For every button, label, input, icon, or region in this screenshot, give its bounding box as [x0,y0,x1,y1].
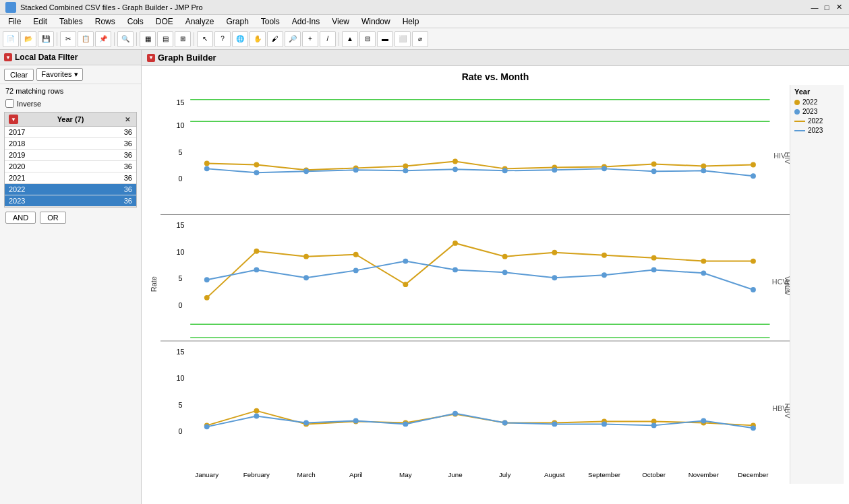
toolbar-cut[interactable]: ✂ [60,31,76,47]
filter-item-2023[interactable]: 202336 [5,195,136,207]
toolbar-t3[interactable]: ⊞ [175,31,191,47]
svg-text:5: 5 [178,148,182,156]
close-button[interactable]: ✕ [834,3,844,12]
toolbar-zoom[interactable]: 🔎 [285,31,301,47]
legend-item-2022-dot: 2022 [794,98,840,106]
svg-point-58 [502,270,508,275]
svg-point-54 [303,275,309,280]
filter-item-2019[interactable]: 201936 [5,150,136,161]
legend-label-2022: 2022 [802,98,817,106]
svg-point-28 [552,167,557,172]
toolbar-g4[interactable]: ⬜ [394,31,411,47]
toolbar-save[interactable]: 💾 [38,31,54,47]
toolbar-g5[interactable]: ⌀ [412,31,428,47]
filter-column-name: Year (7) [18,115,123,123]
menu-item-help[interactable]: Help [397,15,425,28]
toolbar-arrow[interactable]: ↖ [197,31,213,47]
favorites-button[interactable]: Favorites ▾ [36,68,82,81]
filter-list: 2017362018362019362020362021362022362023… [4,127,137,208]
title-bar: Stacked Combined CSV files - Graph Build… [0,0,849,15]
svg-point-21 [204,166,210,171]
svg-point-61 [651,267,657,272]
svg-text:10: 10 [176,248,184,256]
clear-button[interactable]: Clear [4,69,34,81]
legend-label-2022b: 2022 [808,117,823,125]
svg-point-32 [751,173,756,179]
toolbar-t2[interactable]: ▤ [157,31,173,47]
window-title: Stacked Combined CSV files - Graph Build… [20,3,810,11]
toolbar-g3[interactable]: ▬ [377,31,393,47]
maximize-button[interactable]: □ [822,3,831,12]
svg-point-59 [552,275,557,280]
and-button[interactable]: AND [5,212,36,224]
legend-label-2023: 2023 [802,108,817,115]
toolbar-brush[interactable]: 🖌 [267,31,283,47]
svg-text:July: July [499,471,511,478]
menu-item-analyze[interactable]: Analyze [180,15,220,28]
svg-point-53 [254,267,259,272]
toolbar-search[interactable]: 🔍 [117,31,134,47]
svg-point-91 [701,418,706,424]
filter-item-2017[interactable]: 201736 [5,127,136,138]
menu-item-view[interactable]: View [326,15,355,28]
toolbar-new[interactable]: 📄 [3,31,19,47]
svg-point-83 [303,420,309,425]
svg-point-57 [452,267,458,272]
y-axis-label: Rate [147,85,160,484]
toolbar-pan[interactable]: ✋ [250,31,266,47]
menu-item-file[interactable]: File [3,15,26,28]
inverse-checkbox[interactable] [5,99,14,108]
filter-item-2021[interactable]: 202136 [5,172,136,184]
filter-item-2020[interactable]: 202036 [5,161,136,172]
left-panel: ▼ Local Data Filter Clear Favorites ▾ 72… [0,50,142,504]
menu-item-rows[interactable]: Rows [90,15,121,28]
svg-text:15: 15 [176,221,184,229]
graph-builder-header: ▼ Graph Builder [142,50,849,66]
filter-toggle-btn[interactable]: ▼ [9,115,18,124]
menu-item-edit[interactable]: Edit [28,15,53,28]
menu-item-window[interactable]: Window [356,15,396,28]
toolbar-g2[interactable]: ⊟ [359,31,376,47]
svg-point-22 [254,170,259,175]
toolbar-g1[interactable]: ▲ [342,31,358,47]
svg-point-70 [254,408,259,414]
toolbar-copy[interactable]: 📋 [78,31,94,47]
menu-item-tools[interactable]: Tools [256,15,285,28]
filter-item-2022[interactable]: 202236 [5,184,136,195]
chart-svg: 15 10 5 0 [160,85,790,484]
svg-point-42 [303,254,309,259]
svg-point-87 [502,420,508,425]
chart-area: Rate 15 10 5 [142,85,849,504]
chart-with-legend: 15 10 5 0 [160,85,844,484]
svg-text:April: April [349,471,363,478]
svg-text:0: 0 [178,301,182,309]
filter-close-btn[interactable]: ✕ [123,115,132,124]
graph-panel-toggle[interactable]: ▼ [147,54,155,62]
svg-text:HBV: HBV [784,404,790,419]
toolbar-sep-2 [114,32,115,46]
or-button[interactable]: OR [40,212,66,224]
toolbar-plus[interactable]: + [302,31,318,47]
filter-item-2018[interactable]: 201836 [5,138,136,150]
panel-toggle[interactable]: ▼ [4,53,12,61]
svg-point-44 [403,282,408,287]
toolbar-open[interactable]: 📂 [20,31,36,47]
svg-point-50 [701,259,706,264]
menu-item-add-ins[interactable]: Add-Ins [287,15,325,28]
menu-item-tables[interactable]: Tables [54,15,88,28]
svg-text:10: 10 [176,121,184,129]
app-icon [5,2,16,13]
menu-item-graph[interactable]: Graph [221,15,254,28]
toolbar-line[interactable]: / [320,31,336,47]
menu-item-cols[interactable]: Cols [122,15,149,28]
toolbar-t1[interactable]: ▦ [140,31,156,47]
toolbar-globe[interactable]: 🌐 [232,31,248,47]
svg-text:Month: Month [467,483,490,484]
svg-point-89 [602,421,607,427]
minimize-button[interactable]: — [810,3,819,12]
toolbar-help[interactable]: ? [214,31,231,47]
toolbar-paste[interactable]: 📌 [95,31,111,47]
svg-text:February: February [243,471,270,478]
menu-item-doe[interactable]: DOE [150,15,179,28]
svg-text:January: January [195,471,218,478]
